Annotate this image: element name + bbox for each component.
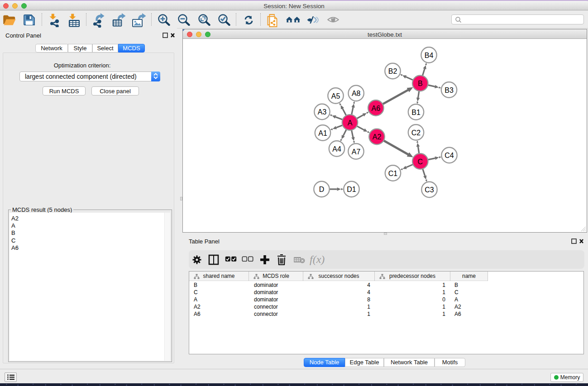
svg-text:A6: A6	[372, 105, 381, 112]
svg-text:A5: A5	[331, 92, 340, 100]
svg-text:A1: A1	[318, 129, 327, 137]
svg-text:B4: B4	[425, 52, 434, 59]
svg-text:A2: A2	[373, 133, 382, 141]
svg-text:A7: A7	[352, 148, 361, 156]
svg-text:A8: A8	[352, 90, 361, 97]
svg-text:B3: B3	[445, 86, 454, 94]
svg-text:C4: C4	[445, 152, 454, 159]
svg-text:C: C	[418, 158, 423, 166]
svg-text:B2: B2	[388, 67, 397, 75]
svg-text:B1: B1	[411, 109, 421, 116]
svg-text:C2: C2	[411, 129, 421, 137]
svg-text:A3: A3	[318, 108, 327, 116]
svg-text:D: D	[319, 186, 325, 193]
svg-text:A4: A4	[332, 145, 341, 153]
svg-text:B: B	[418, 80, 423, 87]
svg-text:D1: D1	[347, 186, 356, 193]
svg-text:C3: C3	[425, 186, 434, 194]
svg-text:A: A	[348, 119, 353, 127]
svg-text:C1: C1	[388, 170, 398, 177]
